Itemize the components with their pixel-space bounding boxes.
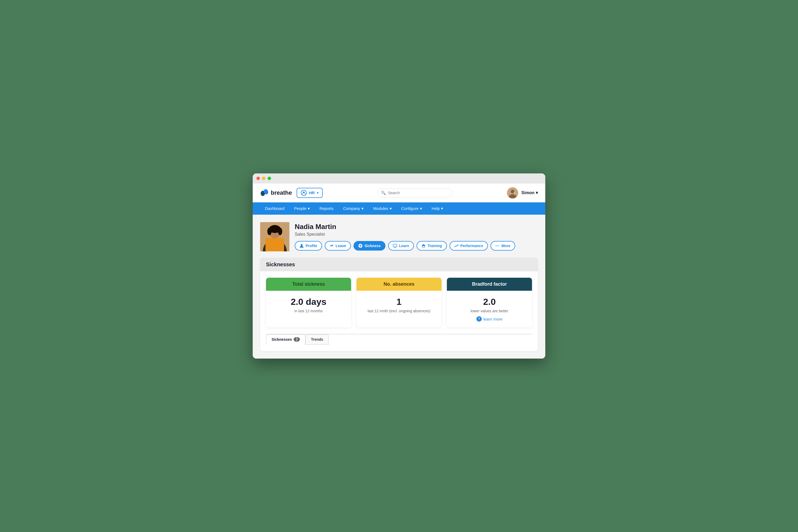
tab-sicknesses[interactable]: Sicknesses 3 xyxy=(266,334,305,345)
no-absences-value: 1 xyxy=(361,297,437,307)
svg-point-5 xyxy=(514,192,515,193)
bradford-factor-value: 2.0 xyxy=(452,297,527,307)
title-bar xyxy=(253,173,545,184)
plus-circle-icon xyxy=(358,244,363,248)
logo-text: breathe xyxy=(271,189,292,196)
training-button-label: Training xyxy=(428,244,442,248)
search-bar: 🔍 xyxy=(378,188,452,197)
total-sickness-body: 2.0 days in last 12 months xyxy=(266,291,351,320)
nav-item-dashboard[interactable]: Dashboard xyxy=(260,203,289,214)
avatar xyxy=(507,187,518,198)
leave-button[interactable]: Leave xyxy=(325,241,351,251)
no-absences-body: 1 last 12 mnth (excl. ongoing absences) xyxy=(357,291,441,320)
total-sickness-header-label: Total sickness xyxy=(292,281,325,287)
employee-header: Nadia Martin Sales Specialist Profile xyxy=(260,222,538,251)
performance-button-label: Performance xyxy=(460,244,483,248)
no-absences-header: No. absences xyxy=(357,278,441,291)
nav-label-modules: Modules xyxy=(373,206,388,211)
svg-rect-15 xyxy=(393,244,397,247)
hr-selector[interactable]: HR ▾ xyxy=(297,188,323,198)
no-absences-header-label: No. absences xyxy=(384,281,414,287)
user-menu[interactable]: Simon ▾ xyxy=(521,190,538,195)
maximize-button[interactable] xyxy=(268,177,271,180)
header-left: breathe HR ▾ xyxy=(260,188,323,198)
no-absences-card: No. absences 1 last 12 mnth (excl. ongoi… xyxy=(357,278,441,328)
person-icon xyxy=(300,244,304,248)
search-icon: 🔍 xyxy=(381,190,386,195)
logo[interactable]: breathe xyxy=(260,189,292,197)
total-sickness-card: Total sickness 2.0 days in last 12 month… xyxy=(266,278,351,328)
learn-button[interactable]: Learn xyxy=(388,241,414,251)
hr-dropdown-icon: ▾ xyxy=(317,191,318,195)
learn-more-link[interactable]: ? learn more xyxy=(452,316,527,322)
nav-label-configure: Configure xyxy=(401,206,419,211)
svg-point-18 xyxy=(497,246,498,246)
sickness-button[interactable]: Sickness xyxy=(354,241,385,251)
employee-photo xyxy=(260,222,289,251)
app-window: breathe HR ▾ 🔍 xyxy=(253,173,545,359)
nav-label-company: Company xyxy=(343,206,360,211)
bradford-factor-header-label: Bradford factor xyxy=(472,281,507,287)
app-body: breathe HR ▾ 🔍 xyxy=(253,184,545,359)
nav-chevron-modules: ▾ xyxy=(390,206,392,211)
graduation-icon xyxy=(421,244,425,248)
nav-label-reports: Reports xyxy=(320,206,334,211)
minimize-button[interactable] xyxy=(262,177,265,180)
dots-icon xyxy=(495,244,499,248)
user-name-label: Simon xyxy=(521,190,534,195)
stats-grid: Total sickness 2.0 days in last 12 month… xyxy=(266,278,532,328)
profile-button-label: Profile xyxy=(306,244,317,248)
nav-chevron-configure: ▾ xyxy=(420,206,422,211)
training-button[interactable]: Training xyxy=(417,241,446,251)
section-header: Sicknesses xyxy=(260,258,538,271)
no-absences-label: last 12 mnth (excl. ongoing absences) xyxy=(361,308,437,314)
nav-chevron-people: ▾ xyxy=(308,206,310,211)
total-sickness-header: Total sickness xyxy=(266,278,351,291)
tab-trends[interactable]: Trends xyxy=(305,334,329,345)
search-input[interactable] xyxy=(378,188,452,197)
learn-more-label: learn more xyxy=(483,317,502,321)
tabs-row: Sicknesses 3 Trends xyxy=(266,334,532,345)
nav-item-company[interactable]: Company ▾ xyxy=(338,203,368,215)
nav-label-help: Help xyxy=(432,206,440,211)
bradford-factor-card: Bradford factor 2.0 lower values are bet… xyxy=(447,278,532,328)
nav-item-configure[interactable]: Configure ▾ xyxy=(397,203,427,215)
nav-label-people: People xyxy=(294,206,306,211)
employee-info: Nadia Martin Sales Specialist Profile xyxy=(295,223,515,251)
close-button[interactable] xyxy=(256,177,260,180)
employee-name: Nadia Martin xyxy=(295,223,515,231)
user-chevron-icon: ▾ xyxy=(536,190,538,195)
app-header: breathe HR ▾ 🔍 xyxy=(253,184,545,203)
bradford-factor-header: Bradford factor xyxy=(447,278,532,291)
main-content: Nadia Martin Sales Specialist Profile xyxy=(253,215,545,359)
hr-selector-label: HR xyxy=(309,190,315,195)
svg-point-13 xyxy=(301,244,303,246)
learn-button-label: Learn xyxy=(399,244,409,248)
section-title: Sicknesses xyxy=(266,262,295,267)
more-button[interactable]: More xyxy=(491,241,515,251)
nav-bar: Dashboard People ▾ Reports Company ▾ Mod… xyxy=(253,203,545,215)
employee-job-title: Sales Specialist xyxy=(295,232,515,237)
bradford-factor-body: 2.0 lower values are better ? learn more xyxy=(447,291,532,328)
bradford-factor-label: lower values are better xyxy=(452,308,527,314)
more-button-label: More xyxy=(501,244,510,248)
help-icon: ? xyxy=(476,316,482,322)
performance-button[interactable]: Performance xyxy=(450,241,488,251)
total-sickness-label: in last 12 months xyxy=(271,308,346,314)
action-buttons: Profile Leave xyxy=(295,241,515,251)
nav-item-help[interactable]: Help ▾ xyxy=(427,203,448,215)
nav-item-modules[interactable]: Modules ▾ xyxy=(368,203,397,215)
profile-button[interactable]: Profile xyxy=(295,241,322,251)
monitor-icon xyxy=(393,244,397,248)
tab-trends-label: Trends xyxy=(311,337,323,342)
tab-sicknesses-label: Sicknesses xyxy=(271,337,292,342)
nav-item-reports[interactable]: Reports xyxy=(315,203,338,214)
nav-label-dashboard: Dashboard xyxy=(265,206,284,211)
nav-item-people[interactable]: People ▾ xyxy=(289,203,315,215)
total-sickness-value: 2.0 days xyxy=(271,297,346,307)
svg-point-17 xyxy=(496,246,497,246)
section-body: Total sickness 2.0 days in last 12 month… xyxy=(260,271,538,352)
svg-point-19 xyxy=(498,246,499,246)
leave-button-label: Leave xyxy=(336,244,346,248)
header-right: Simon ▾ xyxy=(507,187,538,198)
